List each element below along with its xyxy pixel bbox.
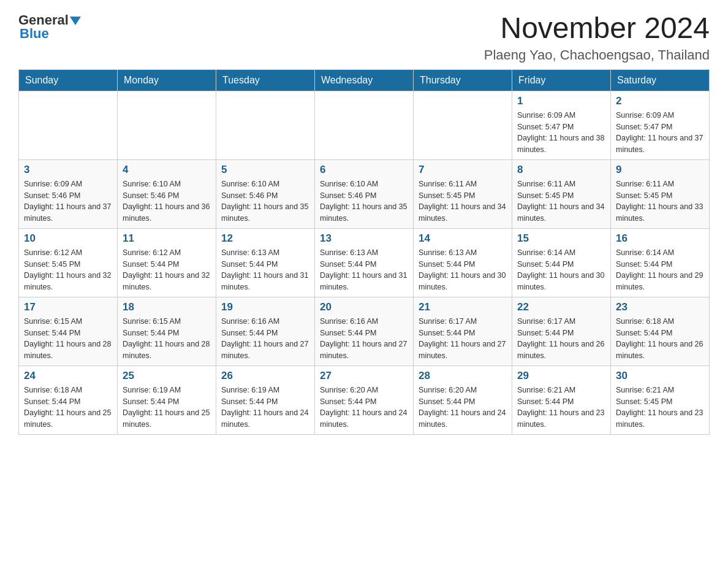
- day-number: 18: [123, 301, 211, 313]
- table-row: 24Sunrise: 6:18 AMSunset: 5:44 PMDayligh…: [19, 366, 118, 434]
- page-header: General Blue November 2024 Plaeng Yao, C…: [18, 12, 710, 63]
- table-row: 21Sunrise: 6:17 AMSunset: 5:44 PMDayligh…: [414, 297, 512, 366]
- table-row: [216, 91, 315, 159]
- day-info: Sunrise: 6:09 AMSunset: 5:46 PMDaylight:…: [24, 178, 112, 224]
- day-info: Sunrise: 6:14 AMSunset: 5:44 PMDaylight:…: [616, 247, 704, 293]
- day-number: 13: [320, 232, 408, 245]
- table-row: 23Sunrise: 6:18 AMSunset: 5:44 PMDayligh…: [611, 297, 710, 366]
- table-row: 27Sunrise: 6:20 AMSunset: 5:44 PMDayligh…: [315, 366, 414, 434]
- day-number: 21: [419, 301, 507, 313]
- day-number: 24: [24, 370, 112, 382]
- day-info: Sunrise: 6:16 AMSunset: 5:44 PMDaylight:…: [221, 316, 309, 362]
- day-number: 3: [24, 164, 112, 176]
- day-info: Sunrise: 6:20 AMSunset: 5:44 PMDaylight:…: [320, 385, 408, 431]
- table-row: 28Sunrise: 6:20 AMSunset: 5:44 PMDayligh…: [414, 366, 512, 434]
- calendar-week-row: 1Sunrise: 6:09 AMSunset: 5:47 PMDaylight…: [19, 91, 710, 159]
- table-row: 4Sunrise: 6:10 AMSunset: 5:46 PMDaylight…: [118, 159, 216, 228]
- day-info: Sunrise: 6:18 AMSunset: 5:44 PMDaylight:…: [616, 316, 704, 362]
- day-info: Sunrise: 6:21 AMSunset: 5:45 PMDaylight:…: [616, 385, 704, 431]
- table-row: 25Sunrise: 6:19 AMSunset: 5:44 PMDayligh…: [118, 366, 216, 434]
- location-title: Plaeng Yao, Chachoengsao, Thailand: [484, 47, 710, 63]
- col-thursday: Thursday: [414, 69, 512, 91]
- table-row: 10Sunrise: 6:12 AMSunset: 5:45 PMDayligh…: [19, 228, 118, 297]
- day-number: 12: [221, 232, 309, 245]
- day-number: 25: [123, 370, 211, 382]
- day-number: 23: [616, 301, 704, 313]
- table-row: 7Sunrise: 6:11 AMSunset: 5:45 PMDaylight…: [414, 159, 512, 228]
- table-row: 19Sunrise: 6:16 AMSunset: 5:44 PMDayligh…: [216, 297, 315, 366]
- day-number: 6: [320, 164, 408, 176]
- calendar-table: Sunday Monday Tuesday Wednesday Thursday…: [18, 69, 710, 435]
- day-info: Sunrise: 6:14 AMSunset: 5:44 PMDaylight:…: [517, 247, 605, 293]
- day-info: Sunrise: 6:11 AMSunset: 5:45 PMDaylight:…: [616, 178, 704, 224]
- calendar-week-row: 24Sunrise: 6:18 AMSunset: 5:44 PMDayligh…: [19, 366, 710, 434]
- table-row: 22Sunrise: 6:17 AMSunset: 5:44 PMDayligh…: [512, 297, 611, 366]
- table-row: 26Sunrise: 6:19 AMSunset: 5:44 PMDayligh…: [216, 366, 315, 434]
- col-sunday: Sunday: [19, 69, 118, 91]
- day-info: Sunrise: 6:21 AMSunset: 5:44 PMDaylight:…: [517, 385, 605, 431]
- day-info: Sunrise: 6:10 AMSunset: 5:46 PMDaylight:…: [123, 178, 211, 224]
- day-number: 5: [221, 164, 309, 176]
- table-row: 18Sunrise: 6:15 AMSunset: 5:44 PMDayligh…: [118, 297, 216, 366]
- table-row: 6Sunrise: 6:10 AMSunset: 5:46 PMDaylight…: [315, 159, 414, 228]
- table-row: 29Sunrise: 6:21 AMSunset: 5:44 PMDayligh…: [512, 366, 611, 434]
- logo-blue-text: Blue: [20, 26, 49, 42]
- table-row: 5Sunrise: 6:10 AMSunset: 5:46 PMDaylight…: [216, 159, 315, 228]
- day-info: Sunrise: 6:17 AMSunset: 5:44 PMDaylight:…: [517, 316, 605, 362]
- calendar-week-row: 3Sunrise: 6:09 AMSunset: 5:46 PMDaylight…: [19, 159, 710, 228]
- day-number: 9: [616, 164, 704, 176]
- day-number: 7: [419, 164, 507, 176]
- col-saturday: Saturday: [611, 69, 710, 91]
- title-area: November 2024 Plaeng Yao, Chachoengsao, …: [484, 12, 710, 63]
- table-row: 11Sunrise: 6:12 AMSunset: 5:44 PMDayligh…: [118, 228, 216, 297]
- table-row: 17Sunrise: 6:15 AMSunset: 5:44 PMDayligh…: [19, 297, 118, 366]
- table-row: [118, 91, 216, 159]
- day-info: Sunrise: 6:17 AMSunset: 5:44 PMDaylight:…: [419, 316, 507, 362]
- logo: General Blue: [18, 12, 83, 42]
- day-number: 1: [517, 95, 605, 107]
- table-row: [414, 91, 512, 159]
- col-monday: Monday: [118, 69, 216, 91]
- day-info: Sunrise: 6:20 AMSunset: 5:44 PMDaylight:…: [419, 385, 507, 431]
- day-info: Sunrise: 6:13 AMSunset: 5:44 PMDaylight:…: [320, 247, 408, 293]
- day-number: 28: [419, 370, 507, 382]
- day-number: 17: [24, 301, 112, 313]
- table-row: 15Sunrise: 6:14 AMSunset: 5:44 PMDayligh…: [512, 228, 611, 297]
- day-info: Sunrise: 6:15 AMSunset: 5:44 PMDaylight:…: [123, 316, 211, 362]
- table-row: 9Sunrise: 6:11 AMSunset: 5:45 PMDaylight…: [611, 159, 710, 228]
- calendar-week-row: 17Sunrise: 6:15 AMSunset: 5:44 PMDayligh…: [19, 297, 710, 366]
- day-info: Sunrise: 6:11 AMSunset: 5:45 PMDaylight:…: [419, 178, 507, 224]
- table-row: 13Sunrise: 6:13 AMSunset: 5:44 PMDayligh…: [315, 228, 414, 297]
- month-title: November 2024: [484, 12, 710, 45]
- day-info: Sunrise: 6:19 AMSunset: 5:44 PMDaylight:…: [221, 385, 309, 431]
- day-number: 30: [616, 370, 704, 382]
- col-friday: Friday: [512, 69, 611, 91]
- table-row: 2Sunrise: 6:09 AMSunset: 5:47 PMDaylight…: [611, 91, 710, 159]
- day-info: Sunrise: 6:12 AMSunset: 5:45 PMDaylight:…: [24, 247, 112, 293]
- col-tuesday: Tuesday: [216, 69, 315, 91]
- day-number: 8: [517, 164, 605, 176]
- day-info: Sunrise: 6:13 AMSunset: 5:44 PMDaylight:…: [419, 247, 507, 293]
- table-row: 1Sunrise: 6:09 AMSunset: 5:47 PMDaylight…: [512, 91, 611, 159]
- table-row: 30Sunrise: 6:21 AMSunset: 5:45 PMDayligh…: [611, 366, 710, 434]
- day-info: Sunrise: 6:16 AMSunset: 5:44 PMDaylight:…: [320, 316, 408, 362]
- day-number: 16: [616, 232, 704, 245]
- day-info: Sunrise: 6:18 AMSunset: 5:44 PMDaylight:…: [24, 385, 112, 431]
- day-number: 29: [517, 370, 605, 382]
- table-row: 3Sunrise: 6:09 AMSunset: 5:46 PMDaylight…: [19, 159, 118, 228]
- table-row: [315, 91, 414, 159]
- day-info: Sunrise: 6:10 AMSunset: 5:46 PMDaylight:…: [221, 178, 309, 224]
- day-number: 10: [24, 232, 112, 245]
- day-number: 15: [517, 232, 605, 245]
- day-info: Sunrise: 6:19 AMSunset: 5:44 PMDaylight:…: [123, 385, 211, 431]
- day-number: 2: [616, 95, 704, 107]
- table-row: [19, 91, 118, 159]
- day-info: Sunrise: 6:11 AMSunset: 5:45 PMDaylight:…: [517, 178, 605, 224]
- day-info: Sunrise: 6:13 AMSunset: 5:44 PMDaylight:…: [221, 247, 309, 293]
- day-number: 14: [419, 232, 507, 245]
- day-info: Sunrise: 6:09 AMSunset: 5:47 PMDaylight:…: [517, 110, 605, 156]
- table-row: 12Sunrise: 6:13 AMSunset: 5:44 PMDayligh…: [216, 228, 315, 297]
- table-row: 8Sunrise: 6:11 AMSunset: 5:45 PMDaylight…: [512, 159, 611, 228]
- day-number: 20: [320, 301, 408, 313]
- table-row: 16Sunrise: 6:14 AMSunset: 5:44 PMDayligh…: [611, 228, 710, 297]
